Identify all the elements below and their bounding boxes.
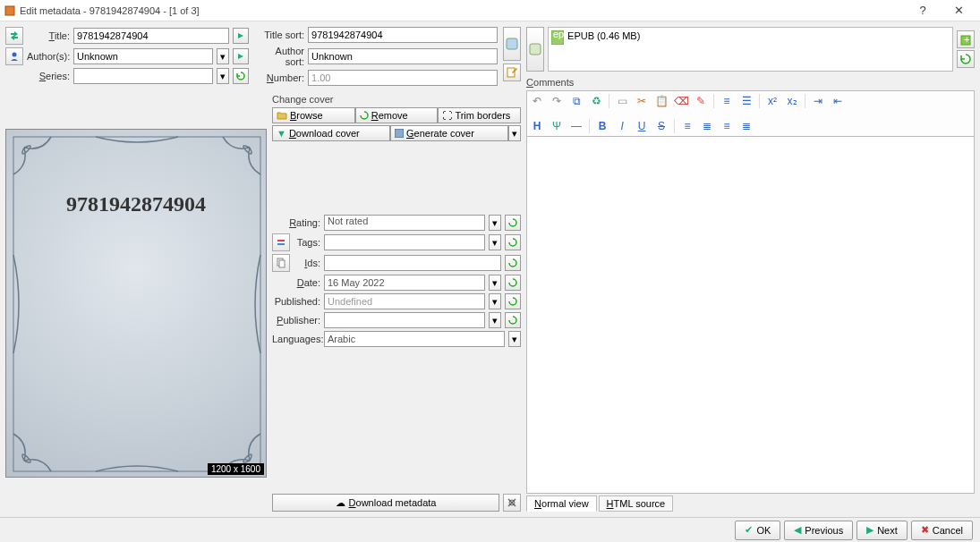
author-sort-label: Author sort: (254, 46, 304, 67)
svg-rect-5 (395, 129, 404, 138)
titlebar: Edit metadata - 9781942874904 - [1 of 3]… (0, 0, 980, 21)
date-input[interactable] (324, 275, 485, 291)
publisher-input[interactable] (324, 312, 485, 328)
indent-icon[interactable]: ⇥ (811, 94, 825, 108)
rating-dropdown[interactable]: ▾ (489, 215, 501, 231)
strike-icon[interactable]: S (654, 119, 669, 133)
undo-icon[interactable]: ↶ (530, 94, 544, 108)
add-format-button[interactable]: + (957, 30, 975, 48)
bold-icon[interactable]: B (595, 119, 609, 133)
series-input[interactable] (73, 68, 213, 84)
download-metadata-config-button[interactable] (503, 494, 521, 512)
open-book-button[interactable] (503, 27, 521, 61)
ids-label: Ids: (294, 258, 320, 268)
cancel-button[interactable]: ✖Cancel (911, 521, 973, 540)
select-all-icon[interactable]: ▭ (615, 94, 629, 108)
outdent-icon[interactable]: ⇤ (831, 94, 845, 108)
published-label: Published: (272, 296, 320, 307)
languages-label: Languages: (272, 334, 320, 344)
number-input[interactable] (308, 70, 498, 86)
change-cover-label: Change cover (272, 94, 521, 105)
remove-format-icon[interactable]: ⌫ (674, 94, 688, 108)
clipboard-icon[interactable]: 📋 (654, 94, 669, 108)
download-cover-button[interactable]: ▼Download cover (272, 125, 390, 141)
cover-image[interactable]: 9781942874904 1200 x 1600 (5, 129, 267, 478)
comments-editor[interactable] (526, 137, 975, 494)
tags-input[interactable] (324, 234, 485, 250)
tab-html-source[interactable]: HTML source (599, 495, 674, 512)
align-right-icon[interactable]: ≡ (720, 119, 734, 133)
cross-icon: ✖ (921, 524, 929, 536)
italic-icon[interactable]: I (615, 119, 629, 133)
ids-input[interactable] (324, 255, 501, 271)
remove-format-button[interactable] (957, 50, 975, 68)
hr-icon[interactable]: — (569, 119, 584, 133)
author-icon-button[interactable] (5, 47, 23, 65)
svg-rect-6 (277, 240, 285, 241)
languages-input[interactable] (324, 331, 505, 347)
help-button[interactable]: ? (905, 4, 941, 17)
download-metadata-button[interactable]: ☁ Download metadata (272, 494, 499, 512)
title-input[interactable] (73, 28, 229, 44)
download-icon: ▼ (277, 128, 286, 139)
underline-icon[interactable]: U (635, 119, 649, 133)
remove-cover-button[interactable]: Remove (355, 107, 439, 123)
redo-icon[interactable]: ↷ (550, 94, 564, 108)
rating-clear-button[interactable] (505, 215, 521, 231)
publisher-dropdown[interactable]: ▾ (489, 312, 501, 328)
link-icon[interactable]: Ψ (550, 119, 564, 133)
color-icon[interactable]: ✎ (694, 94, 708, 108)
align-justify-icon[interactable]: ≣ (739, 119, 754, 133)
published-clear-button[interactable] (505, 293, 521, 309)
generate-cover-dropdown[interactable]: ▾ (508, 125, 521, 141)
ok-button[interactable]: ✔OK (735, 521, 780, 540)
series-label: Series: (27, 71, 70, 81)
published-dropdown[interactable]: ▾ (489, 293, 501, 309)
tags-editor-button[interactable] (272, 233, 290, 251)
title-label: Title: (27, 30, 70, 41)
formats-list[interactable]: epub EPUB (0.46 MB) (548, 27, 953, 72)
trim-borders-button[interactable]: ⛶Trim borders (438, 107, 521, 123)
swap-title-author-button[interactable] (5, 27, 23, 45)
date-dropdown[interactable]: ▾ (489, 275, 501, 291)
date-clear-button[interactable] (505, 275, 521, 291)
edit-metadata-button[interactable] (503, 64, 521, 81)
copy-icon[interactable]: ⧉ (569, 94, 584, 108)
list-ol-icon[interactable]: ☰ (739, 94, 754, 108)
browse-cover-button[interactable]: Browse (272, 107, 355, 123)
cut-icon[interactable]: ✂ (635, 94, 649, 108)
superscript-icon[interactable]: x² (765, 94, 780, 108)
close-button[interactable]: ✕ (941, 4, 976, 17)
epub-icon: epub (551, 30, 564, 45)
tags-clear-button[interactable] (505, 234, 521, 250)
generate-cover-button[interactable]: Generate cover (390, 125, 508, 141)
svg-rect-2 (507, 38, 517, 49)
title-action-button[interactable] (233, 28, 249, 44)
languages-dropdown[interactable]: ▾ (508, 331, 521, 347)
align-center-icon[interactable]: ≣ (700, 119, 714, 133)
series-clear-button[interactable] (233, 68, 249, 84)
svg-text:epub: epub (553, 30, 564, 39)
tags-dropdown[interactable]: ▾ (489, 234, 501, 250)
rating-combo[interactable]: Not rated (324, 215, 485, 231)
title-sort-input[interactable] (308, 27, 498, 43)
next-button[interactable]: ▶Next (856, 521, 908, 540)
author-sort-input[interactable] (308, 48, 498, 64)
authors-dropdown[interactable]: ▾ (217, 48, 229, 64)
series-dropdown[interactable]: ▾ (217, 68, 229, 84)
format-preview-button[interactable] (526, 27, 544, 72)
ids-paste-button[interactable] (272, 254, 290, 272)
tab-normal-view[interactable]: Normal view (526, 495, 597, 512)
comments-toolbar: ↶ ↷ ⧉ ♻ ▭ ✂ 📋 ⌫ ✎ ≡ ☰ x² x₂ ⇥ ⇤ (526, 90, 975, 137)
previous-button[interactable]: ◀Previous (784, 521, 853, 540)
paste-icon[interactable]: ♻ (589, 94, 603, 108)
publisher-clear-button[interactable] (505, 312, 521, 328)
authors-input[interactable] (73, 48, 213, 64)
list-ul-icon[interactable]: ≡ (720, 94, 734, 108)
heading-icon[interactable]: H (530, 119, 544, 133)
subscript-icon[interactable]: x₂ (785, 94, 799, 108)
ids-clear-button[interactable] (505, 255, 521, 271)
align-left-icon[interactable]: ≡ (680, 119, 695, 133)
author-action-button[interactable] (233, 48, 249, 64)
published-input[interactable] (324, 293, 485, 309)
